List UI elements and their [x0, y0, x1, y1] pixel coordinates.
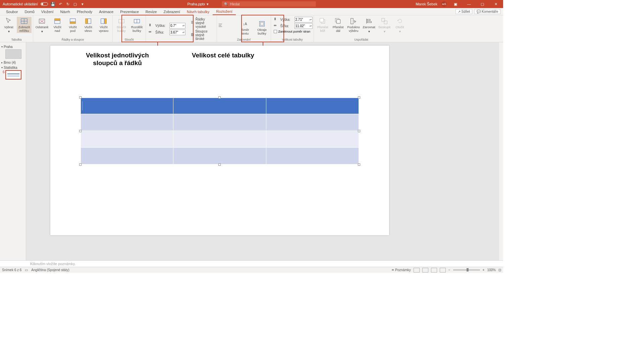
tab-prechody[interactable]: Přechody: [73, 8, 96, 15]
selection-handle[interactable]: [358, 163, 360, 166]
comment-icon: 💬: [477, 10, 481, 13]
user-name[interactable]: Marek Šebek: [416, 2, 437, 6]
slide: Velikost jednotlivých sloupců a řádků Ve…: [50, 46, 389, 235]
text-direction-button[interactable]: ↓ASměr textu: [238, 19, 253, 36]
align-middle-button[interactable]: [224, 28, 230, 33]
language-status[interactable]: Angličtina (Spojené státy): [31, 268, 69, 272]
close-icon[interactable]: ✕: [491, 2, 500, 6]
insert-left-button[interactable]: Vložit vlevo: [81, 17, 96, 33]
notes-pane[interactable]: Kliknutím vložíte poznámky.: [0, 260, 503, 267]
slide-canvas[interactable]: Velikost jednotlivých sloupců a řádků Ve…: [26, 42, 503, 260]
group-tabulka: Vybrat▾ Zobrazit mřížku Tabulka: [0, 15, 33, 42]
align-bottom-button[interactable]: [230, 28, 236, 33]
section-brno[interactable]: ▸Brno (4): [1, 61, 24, 64]
align-left-button[interactable]: [218, 22, 224, 27]
tab-soubor[interactable]: Soubor: [3, 8, 21, 15]
autosave-toggle[interactable]: [41, 2, 48, 6]
selection-handle[interactable]: [358, 130, 360, 132]
cell-height-label: Výška:: [155, 24, 168, 28]
selection-pane-button[interactable]: Podokno výběru: [346, 17, 361, 33]
sorter-view-button[interactable]: [422, 268, 428, 272]
svg-rect-14: [119, 19, 124, 23]
normal-view-button[interactable]: [414, 268, 420, 272]
split-cells-button[interactable]: Rozdělit buňky: [129, 17, 144, 33]
fit-window-button[interactable]: ⊡: [498, 268, 501, 272]
insert-above-button[interactable]: Vložit nad: [50, 17, 65, 33]
section-statistika[interactable]: ▾Statistika: [1, 66, 24, 69]
view-gridlines-button[interactable]: Zobrazit mřížku: [17, 17, 32, 33]
workspace: ▾Praha ▸Brno (4) ▾Statistika 6 Velikost …: [0, 42, 503, 260]
save-icon[interactable]: 💾: [51, 2, 55, 6]
annotation-cell-size: Velikost jednotlivých sloupců a řádků: [74, 52, 161, 67]
group-velikost-bunky: ⇕Výška:0.7"▴▾ ⇔Šířka:3.67"▴▾ ☰Řádky stej…: [146, 15, 217, 42]
tab-zobrazeni[interactable]: Zobrazení: [160, 8, 183, 15]
align-right-button[interactable]: [230, 22, 236, 27]
table-height-input[interactable]: 2.71"▴▾: [294, 17, 313, 22]
selection-handle[interactable]: [218, 96, 221, 99]
delete-button[interactable]: Odstranit▾: [35, 17, 49, 34]
table-object[interactable]: [80, 98, 359, 164]
select-button[interactable]: Vybrat▾: [1, 17, 16, 34]
qat-more-icon[interactable]: ▾: [80, 2, 85, 6]
svg-rect-13: [105, 19, 107, 24]
tab-prezentace[interactable]: Prezentace: [117, 8, 142, 15]
accessibility-icon[interactable]: ▭: [25, 268, 28, 272]
svg-rect-23: [336, 19, 340, 23]
section-praha[interactable]: ▾Praha: [1, 45, 24, 49]
distribute-rows-button[interactable]: ☰Řádky stejně vysoké: [191, 17, 214, 29]
search-input[interactable]: 🔍 Hledat: [222, 1, 316, 7]
start-slideshow-icon[interactable]: ▢: [73, 2, 77, 6]
selection-handle[interactable]: [79, 130, 82, 132]
zoom-in-button[interactable]: +: [483, 268, 485, 272]
zoom-out-button[interactable]: −: [448, 268, 450, 272]
zoom-level[interactable]: 100%: [487, 268, 496, 272]
insert-below-button[interactable]: Vložit pod: [65, 17, 80, 33]
selection-handle[interactable]: [79, 96, 82, 99]
tab-navrh[interactable]: Návrh: [57, 8, 73, 15]
svg-rect-21: [320, 18, 324, 22]
align-top-button[interactable]: [218, 28, 224, 33]
slideshow-view-button[interactable]: [440, 268, 446, 272]
align-button[interactable]: Zarovnat▾: [362, 17, 376, 34]
group-label-zarovnani: Zarovnání: [237, 38, 251, 42]
slide-thumb-active[interactable]: [5, 70, 21, 80]
avatar[interactable]: MŠ: [441, 1, 447, 7]
ribbon-options-icon[interactable]: ▣: [451, 2, 460, 6]
svg-rect-8: [70, 19, 76, 22]
tab-revize[interactable]: Revize: [142, 8, 160, 15]
selection-handle[interactable]: [79, 163, 82, 166]
tab-vlozeni[interactable]: Vložení: [38, 8, 57, 15]
cell-width-input[interactable]: 3.67"▴▾: [169, 30, 185, 35]
slide-thumb[interactable]: [5, 49, 21, 59]
lock-aspect-checkbox[interactable]: Zamknout poměr stran: [274, 30, 311, 33]
align-center-button[interactable]: [224, 22, 230, 27]
share-button[interactable]: ↗Sdílet: [455, 9, 473, 14]
comments-button[interactable]: 💬Komentáře: [474, 9, 500, 14]
table-width-input[interactable]: 11.02"▴▾: [294, 23, 313, 29]
minimize-icon[interactable]: —: [464, 2, 474, 6]
scrollbar-vertical[interactable]: [499, 42, 503, 260]
redo-icon[interactable]: ↻: [65, 2, 70, 6]
maximize-icon[interactable]: ▢: [478, 2, 487, 6]
send-backward-button[interactable]: Přenést dál: [331, 17, 345, 33]
insert-right-button[interactable]: Vložit vpravo: [96, 17, 111, 33]
cell-margins-button[interactable]: Okraje buňky: [255, 19, 269, 36]
notes-toggle[interactable]: ≐ Poznámky: [391, 268, 411, 272]
undo-icon[interactable]: ↶: [58, 2, 63, 6]
group-velikost-tabulky: ⇕Výška:2.71"▴▾ ⇔Šířka:11.02"▴▾ Zamknout …: [271, 15, 314, 42]
distribute-cols-button[interactable]: ▥Sloupce stejně široké: [191, 30, 214, 41]
slide-panel[interactable]: ▾Praha ▸Brno (4) ▾Statistika 6: [0, 42, 26, 260]
selection-handle[interactable]: [218, 163, 221, 166]
reading-view-button[interactable]: [431, 268, 437, 272]
slide-counter[interactable]: Snímek 6 z 6: [2, 268, 21, 272]
cell-height-input[interactable]: 0.7"▴▾: [169, 23, 185, 29]
tab-domu[interactable]: Domů: [21, 8, 38, 15]
zoom-slider[interactable]: [453, 269, 480, 270]
tab-navrh-tabulky[interactable]: Návrh tabulky: [183, 8, 213, 15]
tab-rozlozeni[interactable]: Rozložení: [213, 8, 236, 15]
tab-animace[interactable]: Animace: [96, 8, 117, 15]
group-label-radky: Řádky a sloupce: [62, 38, 84, 42]
file-name[interactable]: Praha.pptx ▾: [187, 2, 208, 6]
group-button: Seskupit▾: [377, 17, 392, 34]
selection-handle[interactable]: [358, 96, 360, 99]
